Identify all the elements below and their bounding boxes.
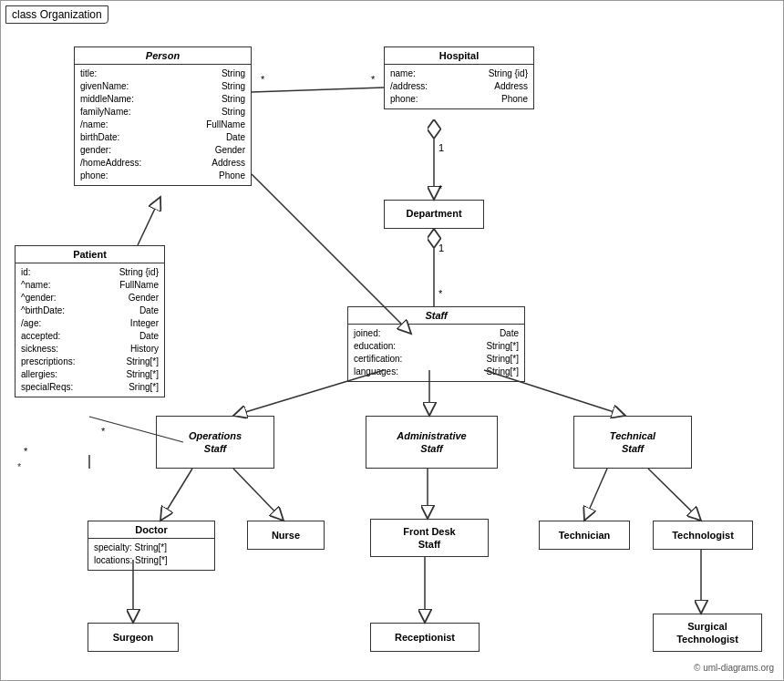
surgeon-title: Surgeon — [88, 629, 178, 645]
svg-line-2 — [252, 88, 384, 92]
patient-title: Patient — [15, 246, 164, 263]
admin-staff-box: AdministrativeStaff — [366, 416, 498, 469]
technical-staff-title: TechnicalStaff — [610, 429, 655, 456]
technician-title: Technician — [540, 527, 629, 543]
doctor-attrs: specialty: String[*] locations: String[*… — [88, 539, 214, 570]
surgical-tech-box: SurgicalTechnologist — [653, 614, 762, 652]
nurse-box: Nurse — [247, 521, 325, 550]
staff-attrs: joined:Date education:String[*] certific… — [348, 325, 524, 381]
svg-text:*: * — [24, 446, 28, 457]
person-attrs: title:String givenName:String middleName… — [75, 65, 251, 185]
front-desk-title: Front DeskStaff — [403, 525, 455, 552]
svg-line-22 — [648, 469, 701, 521]
surgical-tech-title: SurgicalTechnologist — [676, 620, 738, 646]
diagram-title: class Organization — [5, 5, 108, 24]
surgeon-box: Surgeon — [88, 623, 179, 652]
svg-line-19 — [233, 469, 284, 521]
technologist-title: Technologist — [654, 527, 752, 543]
svg-text:*: * — [101, 426, 106, 437]
doctor-title: Doctor — [88, 521, 214, 539]
operations-staff-title: OperationsStaff — [189, 429, 242, 456]
receptionist-title: Receptionist — [371, 629, 479, 645]
receptionist-box: Receptionist — [370, 623, 480, 652]
svg-text:*: * — [438, 288, 443, 299]
person-title: Person — [75, 47, 251, 65]
patient-attrs: id:String {id} ^name:FullName ^gender:Ge… — [15, 263, 164, 397]
hospital-attrs: name:String {id} /address:Address phone:… — [385, 65, 533, 108]
svg-line-21 — [584, 469, 607, 521]
department-box: Department — [384, 200, 484, 229]
svg-line-11 — [138, 197, 160, 245]
staff-title: Staff — [348, 307, 524, 325]
technical-staff-box: TechnicalStaff — [573, 416, 692, 469]
svg-text:1: 1 — [438, 242, 444, 253]
staff-box: Staff joined:Date education:String[*] ce… — [347, 306, 525, 382]
operations-staff-box: OperationsStaff — [156, 416, 274, 469]
technologist-box: Technologist — [653, 521, 753, 550]
svg-text:*: * — [261, 74, 265, 85]
hospital-box: Hospital name:String {id} /address:Addre… — [384, 46, 534, 109]
svg-line-18 — [160, 469, 192, 521]
svg-text:*: * — [371, 74, 376, 85]
doctor-box: Doctor specialty: String[*] locations: S… — [88, 521, 215, 571]
svg-text:*: * — [438, 183, 443, 194]
copyright: © uml-diagrams.org — [694, 663, 774, 673]
hospital-title: Hospital — [385, 47, 533, 65]
patient-box: Patient id:String {id} ^name:FullName ^g… — [15, 245, 165, 397]
svg-text:1: 1 — [438, 142, 444, 153]
front-desk-box: Front DeskStaff — [370, 519, 489, 557]
admin-staff-title: AdministrativeStaff — [397, 429, 466, 456]
person-box: Person title:String givenName:String mid… — [74, 46, 252, 186]
svg-text:*: * — [17, 461, 22, 472]
diagram-canvas: class Organization Person title:String g… — [0, 0, 784, 681]
nurse-title: Nurse — [248, 527, 324, 543]
department-title: Department — [385, 201, 483, 226]
technician-box: Technician — [539, 521, 630, 550]
